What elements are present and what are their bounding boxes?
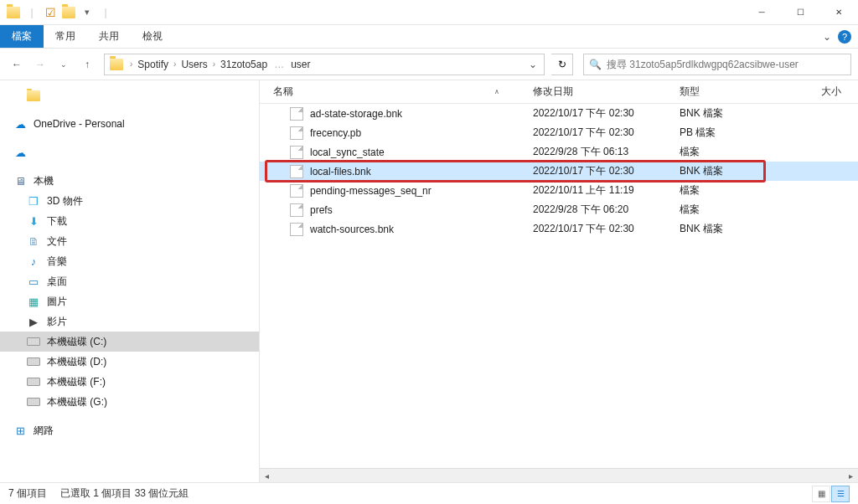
pc-icon: 🖥	[13, 174, 27, 188]
close-button[interactable]: ✕	[819, 0, 858, 24]
column-header-type[interactable]: 類型	[680, 85, 788, 99]
search-icon: 🔍	[589, 59, 602, 70]
cloud-icon: ☁	[13, 146, 27, 159]
tab-share[interactable]: 共用	[87, 25, 131, 48]
chevron-right-icon[interactable]: ›	[211, 59, 217, 69]
tree-item-network[interactable]: ⊞ 網路	[0, 420, 259, 440]
tree-item-downloads[interactable]: ⬇ 下載	[0, 211, 259, 231]
ribbon: 檔案 常用 共用 檢視 ⌄ ?	[0, 25, 858, 49]
tree-item-drive-f[interactable]: 本機磁碟 (F:)	[0, 372, 259, 392]
chevron-right-icon[interactable]: ›	[128, 59, 134, 69]
drive-icon	[27, 375, 40, 388]
divider-icon: |	[23, 4, 40, 21]
music-icon: ♪	[27, 255, 40, 268]
file-icon	[290, 107, 303, 121]
file-type: 檔案	[680, 145, 788, 159]
search-box[interactable]: 🔍	[583, 54, 851, 75]
folder-icon	[27, 89, 40, 102]
divider-icon: |	[97, 4, 114, 21]
file-row[interactable]: watch-sources.bnk2022/10/17 下午 02:30BNK …	[260, 219, 858, 239]
chevron-right-icon[interactable]: ›	[172, 59, 178, 69]
tree-item-music[interactable]: ♪ 音樂	[0, 251, 259, 271]
tree-item-cloud2[interactable]: ☁	[0, 142, 259, 162]
navigation-pane[interactable]: ☁ OneDrive - Personal ☁ 🖥 本機 ❒ 3D 物件 ⬇ 下…	[0, 80, 260, 482]
file-icon	[290, 165, 303, 178]
cube-icon: ❒	[27, 194, 40, 208]
qat-folder-icon[interactable]	[60, 4, 77, 21]
tab-home[interactable]: 常用	[44, 25, 87, 48]
file-icon	[290, 223, 303, 236]
tree-item-onedrive[interactable]: ☁ OneDrive - Personal	[0, 114, 259, 134]
status-items: 7 個項目	[8, 486, 47, 501]
ribbon-chevron-icon[interactable]: ⌄	[823, 31, 831, 43]
forward-button[interactable]: →	[30, 54, 50, 75]
file-type: 檔案	[680, 203, 788, 217]
tree-item-drive-g[interactable]: 本機磁碟 (G:)	[0, 392, 259, 412]
file-name: frecency.pb	[310, 127, 361, 139]
column-headers: 名稱 ∧ 修改日期 類型 大小	[260, 80, 858, 104]
tree-item-videos[interactable]: ▶ 影片	[0, 311, 259, 332]
tree-item-desktop[interactable]: ▭ 桌面	[0, 271, 259, 291]
refresh-button[interactable]: ↻	[551, 54, 573, 75]
tree-item-pictures[interactable]: ▦ 圖片	[0, 291, 259, 311]
sort-asc-icon: ∧	[494, 88, 499, 95]
tree-item-3d[interactable]: ❒ 3D 物件	[0, 191, 259, 211]
file-row[interactable]: ad-state-storage.bnk2022/10/17 下午 02:30B…	[260, 104, 858, 123]
drive-icon	[27, 395, 40, 409]
horizontal-scrollbar[interactable]: ◂ ▸	[260, 468, 858, 482]
file-name: local_sync_state	[310, 147, 385, 158]
column-header-size[interactable]: 大小	[788, 85, 858, 99]
desktop-icon: ▭	[27, 275, 40, 288]
crumb-userid[interactable]: 31zoto5ap	[217, 54, 271, 75]
column-header-name[interactable]: 名稱 ∧	[273, 85, 533, 99]
status-bar: 7 個項目 已選取 1 個項目 33 個位元組 ▦ ☰	[0, 482, 858, 504]
address-dropdown-icon[interactable]: ⌄	[522, 59, 544, 70]
tab-view[interactable]: 檢視	[131, 25, 174, 48]
crumb-spotify[interactable]: Spotify	[134, 54, 172, 75]
file-date: 2022/9/28 下午 06:20	[533, 203, 680, 217]
scroll-right-icon[interactable]: ▸	[844, 469, 858, 483]
file-type: BNK 檔案	[680, 164, 788, 178]
file-row[interactable]: prefs2022/9/28 下午 06:20檔案	[260, 200, 858, 219]
file-icon	[290, 146, 303, 159]
tree-item-documents[interactable]: 🗎 文件	[0, 231, 259, 251]
search-input[interactable]	[607, 59, 845, 70]
file-row[interactable]: pending-messages_seq_nr2022/10/11 上午 11:…	[260, 181, 858, 200]
file-row[interactable]: local-files.bnk2022/10/17 下午 02:30BNK 檔案	[260, 162, 858, 181]
help-icon[interactable]: ?	[838, 30, 851, 44]
file-name: ad-state-storage.bnk	[310, 108, 402, 120]
file-name: prefs	[310, 204, 333, 216]
file-list[interactable]: ad-state-storage.bnk2022/10/17 下午 02:30B…	[260, 104, 858, 468]
tree-item-quick[interactable]	[0, 85, 259, 105]
tree-item-drive-c[interactable]: 本機磁碟 (C:)	[0, 332, 259, 352]
tab-file[interactable]: 檔案	[0, 25, 44, 48]
cloud-icon: ☁	[13, 117, 27, 131]
file-date: 2022/9/28 下午 06:13	[533, 145, 680, 159]
view-details-button[interactable]: ☰	[831, 486, 850, 502]
file-row[interactable]: local_sync_state2022/9/28 下午 06:13檔案	[260, 142, 858, 162]
crumb-user[interactable]: user	[287, 54, 313, 75]
column-header-date[interactable]: 修改日期	[533, 85, 680, 99]
qat-check-icon[interactable]: ☑	[42, 4, 59, 21]
view-thumbnails-button[interactable]: ▦	[812, 486, 830, 502]
document-icon: 🗎	[27, 234, 40, 248]
up-button[interactable]: ↑	[77, 54, 97, 75]
file-type: PB 檔案	[680, 126, 788, 140]
qat-dropdown-icon[interactable]: ▾	[79, 4, 96, 21]
tree-item-drive-d[interactable]: 本機磁碟 (D:)	[0, 352, 259, 372]
address-bar[interactable]: › Spotify › Users › 31zoto5ap … user ⌄	[104, 54, 545, 75]
title-bar: | ☑ ▾ | ─ ☐ ✕	[0, 0, 858, 25]
download-icon: ⬇	[27, 214, 40, 228]
maximize-button[interactable]: ☐	[781, 0, 819, 24]
scroll-left-icon[interactable]: ◂	[260, 469, 274, 483]
file-name: pending-messages_seq_nr	[310, 185, 432, 197]
crumb-users[interactable]: Users	[178, 54, 210, 75]
minimize-button[interactable]: ─	[742, 0, 781, 24]
nav-bar: ← → ⌄ ↑ › Spotify › Users › 31zoto5ap … …	[0, 49, 858, 80]
tree-item-pc[interactable]: 🖥 本機	[0, 171, 259, 191]
scroll-track[interactable]	[274, 469, 844, 482]
back-button[interactable]: ←	[7, 54, 27, 75]
file-row[interactable]: frecency.pb2022/10/17 下午 02:30PB 檔案	[260, 123, 858, 142]
recent-dropdown-icon[interactable]: ⌄	[54, 54, 74, 75]
drive-icon	[27, 355, 40, 368]
